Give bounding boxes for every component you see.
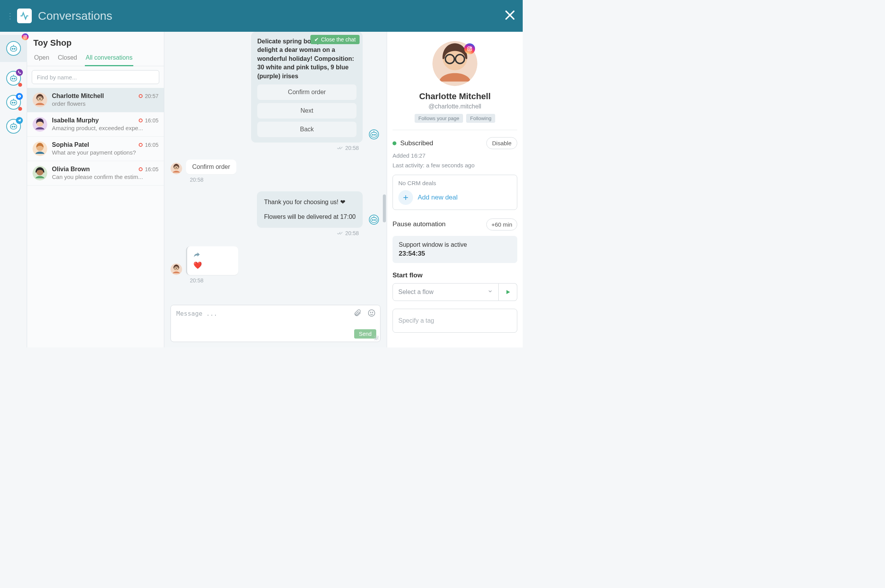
svg-rect-9 — [10, 76, 17, 81]
conversation-preview: What are your payment options? — [52, 149, 158, 156]
follows-badge: Follows your page — [415, 114, 463, 123]
run-flow-button[interactable] — [499, 283, 517, 301]
profile-avatar — [432, 41, 477, 86]
add-deal-button[interactable]: + Add new deal — [398, 190, 511, 205]
conversation-preview: order flowers — [52, 100, 158, 107]
svg-rect-39 — [371, 217, 377, 222]
svg-point-49 — [372, 312, 373, 313]
topbar: ⋮ Conversations — [0, 0, 523, 32]
svg-rect-2 — [10, 46, 17, 52]
svg-point-15 — [14, 102, 15, 103]
bot-rail-item-instagram[interactable] — [0, 35, 27, 62]
plus-60-button[interactable]: +60 min — [486, 218, 517, 230]
bot-action-next[interactable]: Next — [257, 103, 356, 119]
pause-automation-label: Pause automation — [393, 220, 446, 229]
scrollbar[interactable] — [383, 194, 386, 222]
chat-panel: ✔Close the chat Delicate spring bouquet … — [164, 32, 387, 347]
svg-point-41 — [374, 219, 375, 220]
search-input[interactable] — [32, 70, 159, 84]
bot-action-confirm[interactable]: Confirm order — [257, 84, 356, 100]
tab-open[interactable]: Open — [33, 52, 50, 66]
unread-ring-icon — [139, 119, 143, 122]
bot-rail-item-telegram[interactable] — [6, 119, 21, 134]
share-icon — [193, 252, 232, 259]
avatar — [33, 166, 47, 181]
message-composer: Send — [170, 305, 381, 342]
close-chat-button[interactable]: ✔Close the chat — [310, 35, 360, 44]
status-dot-icon — [393, 141, 396, 145]
unread-ring-icon — [139, 143, 143, 147]
send-button[interactable]: Send — [354, 329, 376, 339]
conversation-item[interactable]: Olivia Brown16:05 Can you please confirm… — [27, 161, 164, 186]
chevron-down-icon — [487, 289, 493, 296]
disable-button[interactable]: Disable — [486, 137, 517, 149]
conversation-name: Isabella Murphy — [52, 117, 99, 124]
conversation-list-panel: Toy Shop Open Closed All conversations C… — [27, 32, 164, 347]
added-meta: Added 16:27 — [393, 152, 517, 159]
flow-select[interactable]: Select a flow — [393, 283, 499, 301]
emoji-icon[interactable] — [368, 309, 375, 319]
svg-point-19 — [14, 126, 15, 127]
bot-action-back[interactable]: Back — [257, 122, 356, 137]
svg-point-47 — [368, 310, 375, 316]
support-timer: 23:54:35 — [399, 250, 511, 258]
message-timestamp: 20:58 — [170, 145, 359, 151]
plus-icon: + — [398, 190, 413, 205]
svg-point-8 — [26, 36, 26, 36]
bot-rail — [0, 32, 27, 347]
viber-icon — [16, 69, 23, 76]
bot-rail-item-viber[interactable] — [6, 70, 21, 86]
add-deal-label: Add new deal — [418, 194, 458, 201]
read-checks-icon — [337, 230, 343, 236]
svg-point-40 — [372, 219, 374, 220]
conversation-time: 16:05 — [139, 142, 158, 148]
message-timestamp: 20:58 — [170, 230, 359, 236]
following-badge: Following — [466, 114, 495, 123]
message-timestamp: 20:58 — [190, 177, 381, 183]
svg-rect-31 — [371, 132, 377, 137]
support-active-label: Support window is active — [399, 241, 511, 248]
avatar — [33, 141, 47, 156]
conversation-name: Charlotte Mitchell — [52, 93, 104, 100]
svg-rect-17 — [10, 124, 17, 129]
svg-point-14 — [12, 102, 13, 103]
conversation-preview: Amazing product, exceeded expe... — [52, 125, 158, 131]
topbar-drag-icon[interactable]: ⋮ — [6, 11, 14, 21]
conversation-name: Olivia Brown — [52, 166, 90, 173]
avatar — [33, 117, 47, 132]
svg-point-48 — [370, 312, 371, 313]
message-input[interactable] — [171, 305, 380, 329]
message-timestamp: 20:58 — [190, 277, 381, 284]
check-icon: ✔ — [314, 36, 319, 43]
conversation-tabs: Open Closed All conversations — [27, 52, 164, 66]
resize-grip-icon[interactable] — [374, 335, 379, 340]
support-window-card: Support window is active 23:54:35 — [393, 236, 517, 263]
conversation-name: Sophia Patel — [52, 141, 89, 148]
conversation-item[interactable]: Charlotte Mitchell20:57 order flowers — [27, 88, 164, 112]
bot-rail-item-messenger[interactable] — [6, 95, 21, 110]
instagram-icon — [22, 33, 29, 40]
svg-rect-13 — [10, 100, 17, 105]
avatar — [170, 163, 182, 174]
tab-all[interactable]: All conversations — [85, 52, 133, 66]
conversation-preview: Can you please confirm the estim... — [52, 174, 158, 180]
read-checks-icon — [337, 145, 343, 151]
last-activity-meta: Last activity: a few seconds ago — [393, 162, 517, 168]
conversation-item[interactable]: Sophia Patel16:05 What are your payment … — [27, 137, 164, 161]
svg-point-18 — [12, 126, 13, 127]
svg-point-57 — [471, 47, 471, 48]
messenger-icon — [16, 93, 23, 100]
svg-point-7 — [24, 36, 26, 37]
bot-message-text: Flowers will be delivered at 17:00 — [264, 212, 356, 222]
subscribed-label: Subscribed — [400, 139, 433, 147]
svg-point-11 — [14, 78, 15, 79]
tab-closed[interactable]: Closed — [57, 52, 78, 66]
svg-point-10 — [12, 78, 13, 79]
instagram-icon — [464, 43, 475, 54]
conversation-item[interactable]: Isabella Murphy16:05 Amazing product, ex… — [27, 112, 164, 137]
tag-input[interactable] — [393, 309, 517, 333]
svg-point-33 — [374, 134, 375, 135]
attachment-icon[interactable] — [354, 309, 362, 319]
close-icon[interactable] — [504, 9, 516, 22]
app-logo[interactable] — [17, 9, 32, 23]
